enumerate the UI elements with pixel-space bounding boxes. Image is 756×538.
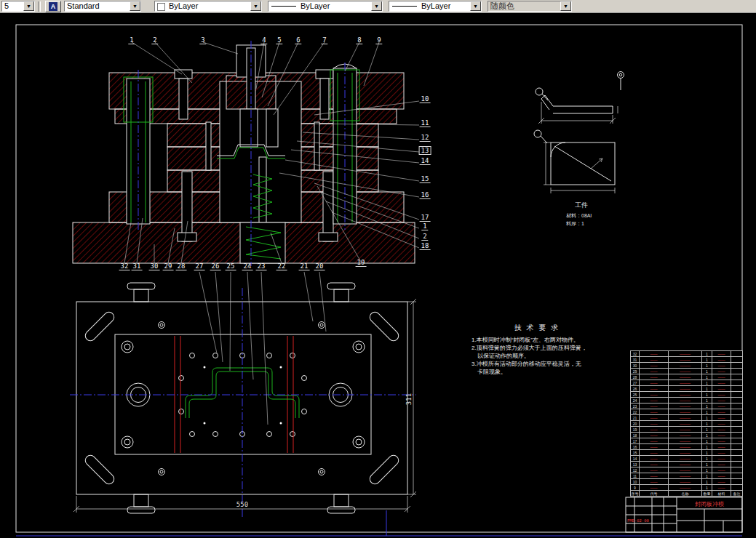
technical-requirements: 技 术 要 求 1.本模同时冲制“封闭板”左、右两对物件。2.顶料弹簧的弹力必须… — [471, 323, 602, 376]
technical-requirement-line: 卡阻现象。 — [471, 368, 602, 376]
technical-requirement-line: 以保证动作的顺序。 — [471, 352, 602, 360]
plotstyle-combo-value: 随颜色 — [488, 1, 560, 11]
left-combo-value: 5 — [2, 1, 23, 11]
parts-list-row: 26—————1—— — [631, 386, 743, 392]
part-callout-32: 32 — [119, 262, 130, 270]
part-callout-17: 17 — [420, 214, 431, 222]
part-callout-31: 31 — [132, 262, 143, 270]
parts-list-row: 32—————1—— — [631, 351, 743, 357]
part-callout-1: 1 — [421, 222, 428, 230]
drawing-canvas[interactable]: 550 311 — [0, 13, 756, 538]
linetype-combo-value: ByLayer — [298, 1, 371, 11]
parts-list-row: 17—————1—— — [631, 438, 743, 444]
part-callout-5: 5 — [276, 36, 282, 44]
part-callout-14: 14 — [420, 157, 431, 165]
parts-list-header-row: 序号代号名称数量材料备注 — [631, 491, 743, 497]
part-callout-8: 8 — [356, 36, 362, 44]
part-callout-26: 26 — [210, 262, 221, 270]
text-style-icon: A — [49, 2, 57, 11]
plotstyle-combo-dropdown-icon: ▼ — [560, 1, 571, 11]
object-properties-toolbar: 5 ▼ A Standard ▼ ByLayer ▼ ByLayer ▼ ByL… — [0, 0, 756, 13]
part-callout-23: 23 — [256, 262, 267, 270]
part-callout-27: 27 — [194, 262, 205, 270]
workpiece-label: 工件 — [575, 201, 588, 210]
parts-list-row: 29—————1—— — [631, 369, 743, 374]
part-callout-6: 6 — [295, 36, 301, 44]
parts-list-row: 16—————1—— — [631, 444, 743, 450]
annotation-overlay: 技 术 要 求 1.本模同时冲制“封闭板”左、右两对物件。2.顶料弹簧的弹力必须… — [0, 13, 756, 538]
part-callout-24: 24 — [242, 262, 253, 270]
parts-list-row: 18—————1—— — [631, 433, 743, 438]
part-callout-12: 12 — [420, 134, 431, 142]
parts-list-row: 27—————1—— — [631, 380, 743, 386]
workpiece-material: 材料：08Al — [566, 212, 592, 220]
technical-requirement-line: 2.顶料弹簧的弹力必须大于上面的压料弹簧， — [471, 344, 602, 352]
parts-list-row: 24—————1—— — [631, 398, 743, 404]
style-combo[interactable]: Standard ▼ — [64, 1, 141, 12]
style-combo-value: Standard — [65, 1, 130, 11]
technical-requirement-line: 1.本模同时冲制“封闭板”左、右两对物件。 — [471, 336, 602, 344]
toolbar-separator — [38, 1, 41, 12]
part-callout-22: 22 — [276, 262, 287, 270]
part-callout-4: 4 — [260, 36, 267, 44]
parts-list-row: 13—————1—— — [631, 462, 743, 467]
part-callout-20: 20 — [314, 262, 325, 270]
part-callout-9: 9 — [375, 36, 382, 44]
part-callout-19: 19 — [356, 259, 367, 267]
part-callout-18: 18 — [420, 242, 431, 250]
color-combo-value: ByLayer — [167, 1, 250, 11]
parts-list-row: 28—————1—— — [631, 374, 743, 380]
parts-list-row: 11—————1—— — [631, 473, 743, 479]
part-callout-30: 30 — [149, 262, 160, 270]
lineweight-combo-value: ByLayer — [419, 1, 470, 11]
part-callout-25: 25 — [226, 262, 236, 270]
color-combo-dropdown-icon[interactable]: ▼ — [250, 1, 261, 11]
parts-list-row: 23—————1—— — [631, 404, 743, 409]
text-style-manager-button[interactable]: A — [45, 1, 61, 12]
linetype-sample-icon — [271, 6, 296, 7]
parts-list-table: 32—————1——31—————1——30—————1——29—————1——… — [630, 350, 743, 497]
style-combo-dropdown-icon[interactable]: ▼ — [130, 1, 140, 11]
parts-list-row: 19—————1—— — [631, 427, 743, 433]
parts-list-row: 25—————1—— — [631, 392, 743, 398]
parts-list-row: 31—————1—— — [631, 357, 743, 363]
parts-list-row: 15—————1—— — [631, 450, 743, 456]
parts-list-row: 20—————1—— — [631, 421, 743, 427]
parts-list-row: 21—————1—— — [631, 415, 743, 421]
parts-list-row: 14—————1—— — [631, 456, 743, 462]
part-callout-13: 13 — [419, 146, 431, 155]
technical-requirement-line: 3.冲模所有活动部分的移动应平稳灵活，无 — [471, 360, 602, 368]
part-callout-7: 7 — [321, 36, 327, 44]
parts-list-row: 12—————1—— — [631, 467, 743, 473]
part-callout-29: 29 — [163, 262, 174, 270]
part-callout-16: 16 — [420, 191, 431, 199]
color-swatch — [157, 3, 165, 11]
left-combo-dropdown-icon[interactable]: ▼ — [23, 1, 34, 11]
cad-application-window: 5 ▼ A Standard ▼ ByLayer ▼ ByLayer ▼ ByL… — [0, 0, 756, 538]
lineweight-combo-dropdown-icon[interactable]: ▼ — [470, 1, 481, 11]
part-callout-2: 2 — [421, 233, 428, 241]
linetype-combo[interactable]: ByLayer ▼ — [268, 1, 383, 12]
lineweight-sample-icon — [392, 6, 417, 7]
linetype-combo-dropdown-icon[interactable]: ▼ — [371, 1, 382, 11]
part-callout-3: 3 — [199, 36, 206, 44]
plotstyle-combo: 随颜色 ▼ — [488, 1, 572, 12]
parts-list-row: 9—————1—— — [631, 485, 743, 491]
technical-requirements-title: 技 术 要 求 — [471, 323, 602, 333]
parts-list-row: 10—————1—— — [631, 479, 743, 485]
part-callout-2: 2 — [151, 36, 158, 44]
parts-list-row: 30—————1—— — [631, 363, 743, 369]
part-callout-11: 11 — [420, 119, 431, 127]
left-combo[interactable]: 5 ▼ — [1, 1, 35, 12]
lineweight-combo[interactable]: ByLayer ▼ — [389, 1, 482, 12]
part-callout-28: 28 — [176, 262, 187, 270]
color-combo[interactable]: ByLayer ▼ — [154, 1, 262, 12]
part-callout-10: 10 — [420, 95, 431, 103]
parts-list-row: 22—————1—— — [631, 409, 743, 415]
workpiece-thickness: 料厚：1 — [566, 220, 584, 228]
part-callout-21: 21 — [299, 262, 310, 270]
part-callout-1: 1 — [128, 36, 135, 44]
part-callout-15: 15 — [420, 175, 431, 183]
